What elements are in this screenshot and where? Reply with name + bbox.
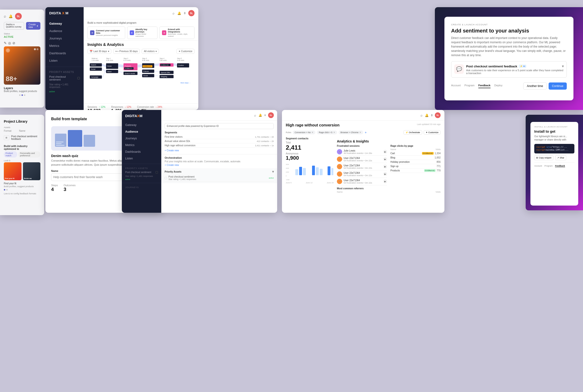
- deploy-btn[interactable]: Deploy a Qualtrics survey: [4, 22, 24, 30]
- tab-account[interactable]: Account: [451, 84, 461, 88]
- info-icon[interactable]: ⓘ: [6, 48, 10, 52]
- search-icon[interactable]: ⌕: [421, 113, 422, 117]
- checkbox[interactable]: [77, 77, 80, 79]
- rage-row[interactable]: Blog 1,002: [390, 156, 441, 160]
- tab-feedback[interactable]: Feedback: [555, 165, 565, 167]
- step-extend[interactable]: ⊞ Extend with integrations Automate, cre…: [159, 26, 194, 39]
- settings-link[interactable]: ⚙ Settings: [122, 189, 161, 213]
- sidebar-item-metrics[interactable]: Metrics: [45, 42, 84, 50]
- share-icon: ↗: [557, 156, 559, 159]
- remove-rule-icon[interactable]: ✕: [333, 131, 335, 134]
- play-button[interactable]: ▶: [383, 150, 387, 154]
- sidebar-item-metrics[interactable]: Metrics: [122, 142, 161, 148]
- rage-row[interactable]: Cart Ct Effort A1 1,334: [390, 151, 441, 156]
- tab-deploy[interactable]: Deploy: [494, 84, 503, 88]
- sidebar-item-journeys[interactable]: Journeys: [45, 35, 84, 42]
- sidebar-item-audience[interactable]: Audience: [45, 27, 84, 35]
- session-row[interactable]: U User 22e71364 54 frustration events • …: [337, 170, 387, 178]
- sidebar-priority-item[interactable]: Post checkout sentiment: [122, 170, 161, 174]
- session-row[interactable]: U User 22e71364 54 frustration events • …: [337, 178, 387, 185]
- share-btn[interactable]: ↗ Shar: [555, 155, 566, 160]
- expand-icon[interactable]: ▾: [562, 64, 564, 68]
- tab-program[interactable]: Program: [545, 165, 553, 167]
- create-new-btn[interactable]: Create new ▾: [26, 22, 40, 30]
- notif-count: 0: [264, 114, 266, 116]
- session-row[interactable]: JL Julie Lewis 36 frustration events • 1…: [337, 148, 387, 156]
- tab-program[interactable]: Program: [465, 84, 475, 88]
- page-dot[interactable]: [24, 94, 25, 96]
- session-row[interactable]: U User 22e71364 54 frustration events • …: [337, 156, 387, 163]
- customize-btn[interactable]: ✦ Customize: [424, 130, 441, 134]
- prev-filter[interactable]: ⟵ Previous 30 days: [113, 49, 140, 54]
- customize-btn[interactable]: ✦ Customize: [176, 49, 194, 54]
- svg-text:Policies: Policies: [143, 70, 149, 72]
- edit-icon[interactable]: ✎: [4, 41, 7, 45]
- bell-icon[interactable]: 🔔: [259, 114, 262, 117]
- chevron-icon[interactable]: ▾: [272, 170, 274, 174]
- remove-rule-icon[interactable]: ✕: [312, 131, 313, 134]
- delete-icon[interactable]: ⊘: [12, 41, 15, 45]
- img-label: Find your fit: [5, 178, 14, 179]
- priority-item[interactable]: Post checkout sentiment Star rating • 1,…: [165, 174, 274, 182]
- sidebar-item-post-checkout[interactable]: Post checkout sentiment: [45, 74, 84, 82]
- date-filter[interactable]: 📅 Last 30 days ▾: [87, 49, 111, 54]
- add-rule-icon[interactable]: +: [365, 130, 367, 134]
- sidebar-item-audience[interactable]: Audience: [122, 128, 161, 135]
- play-button[interactable]: ▶: [383, 180, 387, 183]
- tab-account[interactable]: Account: [534, 165, 542, 167]
- play-button[interactable]: ▶: [383, 172, 387, 176]
- install-card: INSTALL & LAUNCH ACCOUNT Install to get …: [526, 115, 583, 210]
- box-desc: Ask customers to rate their experience o…: [466, 69, 564, 74]
- sidebar-item-journeys[interactable]: Journeys: [122, 135, 161, 142]
- checkbox[interactable]: [155, 171, 158, 174]
- continue-button[interactable]: Continue: [549, 82, 567, 90]
- sidebar-item-listen[interactable]: Listen: [45, 57, 84, 64]
- svg-text:4.3k visits: 4.3k visits: [106, 60, 113, 61]
- create-new-segment[interactable]: + Create new: [165, 149, 274, 152]
- orchestrate-btn[interactable]: ⚡ Orchestrate: [403, 130, 422, 134]
- step-title: Extend with integrations: [168, 28, 192, 33]
- copy-snippet-btn[interactable]: ⊞ Copy snippet: [534, 155, 553, 160]
- tab-feedback[interactable]: Feedback: [478, 84, 491, 88]
- frustrated-sessions-col: Frustrated sessions JL Julie Lewis 36 fr…: [337, 144, 387, 185]
- sidebar-item-dashboards[interactable]: Dashboards: [45, 50, 84, 57]
- session-info: User 22e71364 54 frustration events • 3m…: [344, 172, 382, 177]
- segment-annual-value[interactable]: Annual value above $1k 412 contacts ○ 1h: [165, 139, 274, 144]
- search-icon[interactable]: ⌕: [172, 11, 174, 15]
- checkbox[interactable]: [165, 177, 167, 179]
- rage-row[interactable]: Holiday promotion 856: [390, 160, 441, 164]
- session-row[interactable]: U User 22e71364 54 frustration events • …: [337, 163, 387, 170]
- bar-line: [56, 142, 63, 142]
- segment-high-rage[interactable]: High rage without conversion 2,411 conta…: [165, 144, 274, 148]
- orch-title: Orchestration: [165, 156, 274, 159]
- sidebar-item-gateway[interactable]: Gateway: [122, 122, 161, 128]
- search-icon[interactable]: ⌕: [254, 114, 256, 117]
- settings-link[interactable]: ⚙ Settings: [45, 94, 84, 110]
- another-time-button[interactable]: Another time: [523, 82, 547, 90]
- bell-icon[interactable]: 🔔: [425, 114, 429, 117]
- bell-icon[interactable]: 🔔: [177, 12, 181, 15]
- create-new-orch[interactable]: + Create new: [165, 164, 274, 166]
- page-dot[interactable]: [21, 94, 23, 96]
- sidebar-item-dashboards[interactable]: Dashboards: [122, 148, 161, 155]
- card-bottom: Account Program Feedback Deploy Another …: [451, 82, 567, 90]
- sidebar-item-gateway[interactable]: Gateway: [45, 20, 84, 27]
- step-identify[interactable]: ⊞ Identify key journeys Shape better out…: [127, 26, 158, 39]
- step-connect[interactable]: ⊞ Connect your customer data Uncover per…: [87, 26, 125, 39]
- copy-icon[interactable]: ◎: [8, 41, 11, 45]
- sidebar-item-listen[interactable]: Listen: [122, 155, 161, 162]
- search-icon[interactable]: ⌕: [4, 14, 6, 18]
- svg-text:Ct Effort 4.8: Ct Effort 4.8: [143, 66, 151, 67]
- visitors-filter[interactable]: All visitors ▾: [142, 49, 159, 54]
- nav-divider: [122, 183, 161, 183]
- rage-row[interactable]: Products Ct Effort A1 770: [390, 168, 441, 173]
- remove-rule-icon[interactable]: ✕: [359, 131, 361, 134]
- page-dot[interactable]: [19, 94, 20, 96]
- rage-row[interactable]: Sign up 771: [390, 164, 441, 168]
- play-button[interactable]: ▶: [383, 165, 387, 168]
- bell-icon[interactable]: 🔔: [8, 14, 13, 18]
- filter-product[interactable]: Product match: [4, 151, 17, 158]
- filter-personality[interactable]: Personality and preference: [18, 151, 40, 158]
- segment-first-time[interactable]: First time visitors 1,731 contacts ○ 1h: [165, 135, 274, 139]
- play-button[interactable]: ▶: [383, 157, 387, 161]
